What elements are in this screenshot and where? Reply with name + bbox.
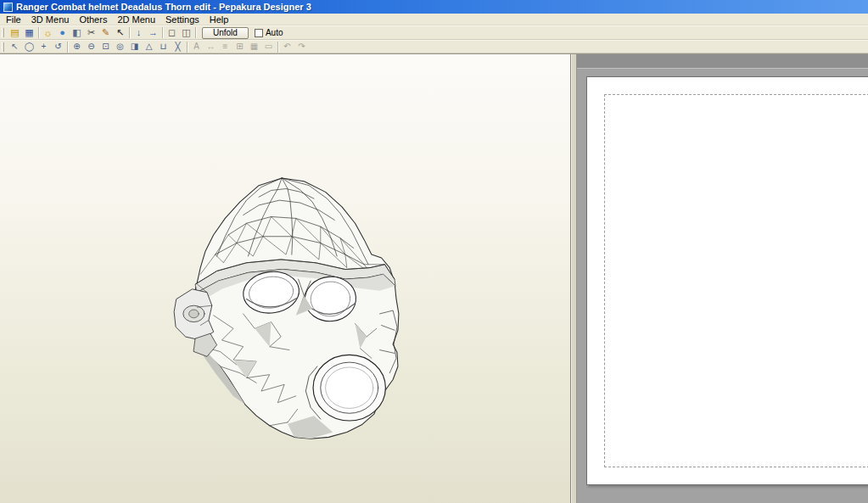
pan-view-icon[interactable]: ◎	[113, 41, 127, 53]
2d-edit-toolbar: ↖ ◯ + ↺ ⊕ ⊖ ⊡ ◎ ◨ △ ⊔ ╳ A ↔ ≡ ⊞ ▦ ▭ ↶ ↷	[0, 40, 868, 53]
pane-splitter[interactable]	[571, 54, 577, 503]
toolbar-separator	[38, 27, 39, 38]
pattern-view-top-strip	[577, 54, 868, 69]
menubar: File 3D Menu Others 2D Menu Settings Hel…	[0, 14, 868, 25]
edit-flap-icon[interactable]: ◨	[127, 41, 142, 53]
move-part-icon[interactable]: +	[36, 41, 51, 53]
auto-checkbox[interactable]	[255, 29, 263, 37]
select-lasso-icon[interactable]: ◯	[22, 41, 36, 53]
auto-unfold-control: Auto	[255, 28, 283, 37]
scissors-icon[interactable]: ✂	[84, 26, 98, 39]
toolbar-separator	[162, 27, 163, 38]
helmet-3d-model	[164, 176, 412, 447]
main-split-area	[0, 53, 868, 503]
main-toolbar: ▤ ▦ ☼ ● ◧ ✂ ✎ ↖ ↓ → ◻ ◫ Unfold Auto	[0, 25, 868, 40]
page-setup-icon: ▭	[261, 41, 276, 53]
toolbar-separator	[195, 27, 196, 38]
material-sphere-icon[interactable]: ●	[55, 26, 70, 39]
save-icon[interactable]: ▦	[22, 26, 36, 39]
export-arrow-icon[interactable]: →	[146, 26, 160, 39]
toolbar-separator	[187, 42, 188, 53]
align-icon: ≡	[218, 41, 232, 53]
menu-2d-menu[interactable]: 2D Menu	[112, 14, 160, 25]
divide-face-icon[interactable]: △	[142, 41, 156, 53]
undo-icon: ↶	[280, 41, 294, 53]
light-bulb-icon[interactable]: ☼	[41, 26, 55, 39]
auto-checkbox-label: Auto	[266, 28, 283, 37]
menu-others[interactable]: Others	[74, 14, 112, 25]
page-margin-guide	[604, 94, 868, 467]
arrange-parts-icon: ⊞	[232, 41, 247, 53]
split-view-icon[interactable]: ◫	[179, 26, 193, 39]
toolbar-grip	[2, 28, 4, 37]
window-title: Ranger Combat helmet Deadalus Thorn edit…	[16, 2, 311, 12]
add-text-icon: A	[189, 41, 204, 53]
rotate-part-icon[interactable]: ↺	[51, 41, 65, 53]
open-file-icon[interactable]: ▤	[8, 26, 22, 39]
mirror-icon[interactable]: ◧	[70, 26, 84, 39]
pattern-page	[586, 76, 868, 485]
app-icon[interactable]	[3, 3, 13, 12]
pointer-icon[interactable]: ↖	[113, 26, 127, 39]
toolbar-separator	[277, 42, 278, 53]
zoom-in-icon[interactable]: ⊕	[70, 41, 84, 53]
single-view-icon[interactable]: ◻	[165, 26, 179, 39]
toolbar-separator	[129, 27, 130, 38]
pen-icon[interactable]: ✎	[98, 26, 113, 39]
2d-pattern-viewport[interactable]	[577, 54, 868, 503]
3d-viewport[interactable]	[0, 54, 571, 503]
measure-icon: ↔	[204, 41, 218, 53]
show-grid-icon: ▦	[247, 41, 261, 53]
unfold-button[interactable]: Unfold	[202, 27, 249, 39]
app-window: Ranger Combat helmet Deadalus Thorn edit…	[0, 0, 868, 503]
cut-edge-icon[interactable]: ╳	[171, 41, 185, 53]
toolbar-grip	[2, 42, 4, 52]
toolbar-separator	[67, 42, 68, 53]
menu-settings[interactable]: Settings	[160, 14, 204, 25]
import-arrow-icon[interactable]: ↓	[132, 26, 146, 39]
redo-icon: ↷	[294, 41, 309, 53]
menu-help[interactable]: Help	[204, 14, 234, 25]
select-arrow-icon[interactable]: ↖	[8, 41, 22, 53]
menu-3d-menu[interactable]: 3D Menu	[26, 14, 75, 25]
join-edge-icon[interactable]: ⊔	[156, 41, 171, 53]
zoom-out-icon[interactable]: ⊖	[84, 41, 98, 53]
fit-page-icon[interactable]: ⊡	[98, 41, 113, 53]
titlebar[interactable]: Ranger Combat helmet Deadalus Thorn edit…	[0, 0, 868, 14]
menu-file[interactable]: File	[1, 14, 26, 25]
